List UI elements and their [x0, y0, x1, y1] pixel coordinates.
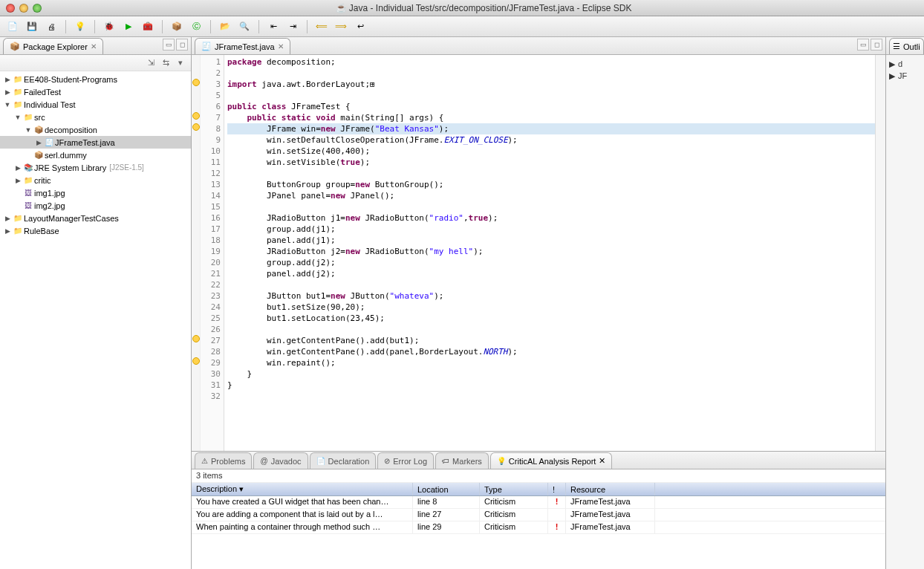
disclosure-triangle[interactable]: ▼	[24, 126, 33, 134]
tree-item[interactable]: ▶📁LayoutManagerTestCases	[0, 212, 191, 224]
ext-tools-button[interactable]: 🧰	[140, 19, 156, 34]
code-line[interactable]: }	[227, 380, 875, 391]
code-line[interactable]	[227, 90, 875, 101]
code-line[interactable]	[227, 391, 875, 402]
close-icon[interactable]: ✕	[278, 42, 284, 51]
line-number-gutter[interactable]: 1235678910111213141516171819202122232425…	[201, 55, 224, 451]
disclosure-triangle[interactable]: ▶	[13, 164, 22, 172]
code-line[interactable]: win.getContentPane().add(panel,BorderLay…	[227, 346, 875, 357]
code-line[interactable]	[227, 68, 875, 79]
link-editor-icon[interactable]: ⇆	[160, 57, 172, 69]
outline-item[interactable]: ▶JF	[889, 70, 921, 82]
code-line[interactable]: panel.add(j2);	[227, 268, 875, 279]
code-line[interactable]	[227, 201, 875, 212]
tree-item[interactable]: ▼📦decomposition	[0, 123, 191, 136]
code-line[interactable]: public static void main(String[] args) {	[227, 112, 875, 123]
column-header[interactable]: Location	[413, 483, 480, 495]
disclosure-triangle[interactable]: ▶	[3, 88, 12, 96]
collapse-all-icon[interactable]: ⇲	[145, 57, 157, 69]
outline-tree[interactable]: ▶d▶JF	[886, 55, 924, 85]
disclosure-triangle[interactable]: ▶	[3, 215, 12, 222]
code-line[interactable]: JButton but1=new JButton("whateva");	[227, 290, 875, 302]
outline-tab[interactable]: ☰ Outli	[889, 38, 924, 54]
code-line[interactable]: JRadioButton j1=new JRadioButton("radio"…	[227, 212, 875, 224]
warning-marker[interactable]	[192, 357, 200, 365]
close-window-button[interactable]	[6, 4, 15, 13]
annotation-prev-button[interactable]: ⇤	[265, 19, 282, 34]
print-button[interactable]: 🖨	[43, 19, 59, 34]
zoom-window-button[interactable]	[33, 4, 42, 13]
disclosure-triangle[interactable]: ▶	[13, 177, 22, 184]
code-line[interactable]: win.setVisible(true);	[227, 157, 875, 168]
maximize-view-button[interactable]: ◻	[176, 39, 188, 51]
column-header[interactable]: !	[548, 483, 566, 495]
code-line[interactable]: group.add(j2);	[227, 257, 875, 268]
tree-item[interactable]: ▼📁Individual Test	[0, 98, 191, 111]
warning-marker[interactable]	[192, 79, 200, 86]
last-edit-button[interactable]: ↩	[352, 19, 368, 34]
warning-marker[interactable]	[192, 112, 200, 120]
minimize-window-button[interactable]	[19, 4, 28, 13]
code-line[interactable]	[227, 324, 875, 335]
disclosure-triangle[interactable]: ▼	[3, 101, 12, 108]
tree-item[interactable]: 🖼img1.jpg	[0, 186, 191, 199]
tree-item[interactable]: ▶📁RuleBase	[0, 224, 191, 237]
code-line[interactable]: JPanel panel=new JPanel();	[227, 190, 875, 201]
overview-ruler[interactable]	[875, 55, 885, 451]
tree-item[interactable]: ▶📁critic	[0, 174, 191, 186]
code-line[interactable]	[227, 279, 875, 290]
column-header[interactable]: Description ▾	[192, 483, 413, 495]
tree-item[interactable]: ▶📁FailedTest	[0, 85, 191, 98]
code-line[interactable]	[227, 168, 875, 179]
code-line[interactable]: JRadioButton j2=new JRadioButton("my hel…	[227, 246, 875, 257]
forward-button[interactable]: ⟹	[333, 19, 349, 34]
tree-item[interactable]: ▼📁src	[0, 111, 191, 123]
bug-button[interactable]: 🐞	[101, 19, 117, 34]
tree-item[interactable]: ▶🧾JFrameTest.java	[0, 136, 191, 149]
code-line[interactable]: but1.setLocation(23,45);	[227, 313, 875, 324]
marker-ruler[interactable]	[192, 55, 201, 451]
code-line[interactable]: win.setSize(400,400);	[227, 146, 875, 157]
bottom-tab[interactable]: @Javadoc	[253, 452, 308, 469]
view-menu-icon[interactable]: ▾	[175, 57, 186, 69]
bottom-tab[interactable]: ⚠Problems	[195, 452, 252, 469]
annotation-next-button[interactable]: ⇥	[284, 19, 301, 34]
table-row[interactable]: You are adding a component that is laid …	[192, 509, 885, 521]
code-line[interactable]: but1.setSize(90,20);	[227, 302, 875, 313]
table-row[interactable]: You have created a GUI widget that has b…	[192, 496, 885, 509]
bottom-tab[interactable]: ⊘Error Log	[377, 452, 434, 469]
disclosure-triangle[interactable]: ▶	[34, 139, 43, 146]
editor-tab[interactable]: 🧾 JFrameTest.java ✕	[195, 38, 290, 54]
bottom-tab[interactable]: 📄Declaration	[310, 452, 377, 469]
warning-marker[interactable]	[192, 335, 200, 342]
disclosure-triangle[interactable]: ▶	[889, 71, 895, 81]
column-header[interactable]: Type	[480, 483, 548, 495]
code-line[interactable]: }	[227, 368, 875, 380]
disclosure-triangle[interactable]: ▼	[13, 114, 22, 121]
close-icon[interactable]: ✕	[599, 456, 605, 466]
new-class-button[interactable]: Ⓒ	[188, 19, 204, 34]
code-line[interactable]: public class JFrameTest {	[227, 101, 875, 112]
disclosure-triangle[interactable]: ▶	[889, 59, 895, 69]
column-header[interactable]: Resource	[566, 483, 655, 495]
debug-button[interactable]: 💡	[72, 19, 88, 34]
search-button[interactable]: 🔍	[236, 19, 253, 34]
maximize-editor-button[interactable]: ◻	[871, 39, 882, 51]
disclosure-triangle[interactable]: ▶	[3, 227, 12, 235]
new-button[interactable]: 📄	[4, 19, 21, 34]
back-button[interactable]: ⟸	[313, 19, 330, 34]
code-line[interactable]: ButtonGroup group=new ButtonGroup();	[227, 179, 875, 190]
outline-item[interactable]: ▶d	[889, 58, 921, 70]
minimize-view-button[interactable]: ▭	[163, 39, 175, 51]
code-line[interactable]: JFrame win=new JFrame("Beat Kansas");	[227, 123, 875, 134]
tree-item[interactable]: ▶📚JRE System Library[J2SE-1.5]	[0, 161, 191, 174]
warning-marker[interactable]	[192, 123, 200, 131]
code-line[interactable]: win.getContentPane().add(but1);	[227, 335, 875, 346]
package-explorer-tab[interactable]: 📦 Package Explorer ✕	[3, 38, 103, 54]
minimize-editor-button[interactable]: ▭	[857, 39, 869, 51]
table-row[interactable]: When painting a container through method…	[192, 521, 885, 534]
open-type-button[interactable]: 📂	[217, 19, 233, 34]
code-line[interactable]: group.add(j1);	[227, 224, 875, 235]
tree-item[interactable]: ▶📁EE408-Student-Programs	[0, 73, 191, 85]
project-tree[interactable]: ▶📁EE408-Student-Programs▶📁FailedTest▼📁In…	[0, 71, 191, 569]
